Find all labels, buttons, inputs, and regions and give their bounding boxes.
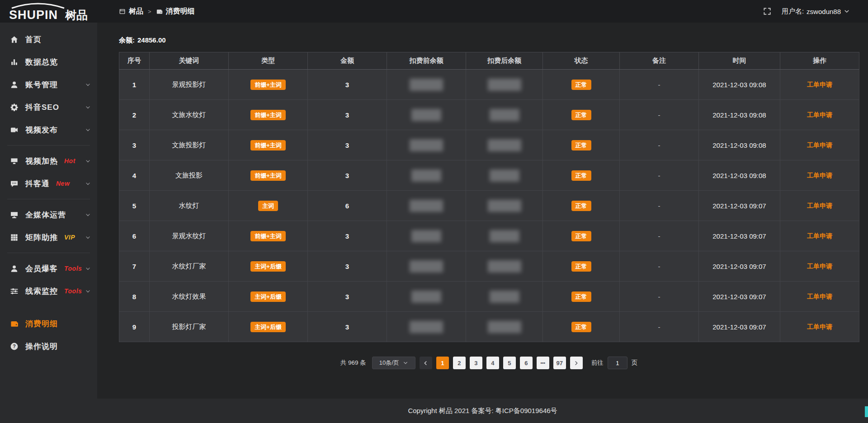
cell-amount: 3: [308, 221, 387, 251]
type-badge: 主词+后缀: [250, 261, 286, 272]
work-order-link[interactable]: 工单申请: [807, 141, 832, 149]
masked-balance: [490, 230, 519, 242]
page-button-4[interactable]: 4: [486, 357, 499, 369]
cell-amount: 3: [308, 312, 387, 342]
sidebar-item-douketong[interactable]: 抖客通New: [0, 172, 97, 195]
sidebar-item-seo[interactable]: 抖音SEO: [0, 96, 97, 118]
chevron-down-icon: [403, 360, 408, 366]
cell-action: 工单申请: [780, 312, 859, 342]
goto-page-input[interactable]: [608, 357, 627, 369]
cell-keyword: 文旅投影灯: [150, 130, 229, 160]
work-order-link[interactable]: 工单申请: [807, 232, 832, 240]
menu-badge-vip: VIP: [64, 234, 75, 241]
sidebar-item-label: 视频加热: [25, 156, 58, 166]
cell-type: 前缀+主词: [229, 100, 308, 130]
masked-balance: [488, 321, 521, 333]
table-row: 1景观投影灯前缀+主词3正常-2021-12-03 09:08工单申请: [119, 70, 859, 100]
masked-balance: [411, 109, 441, 121]
dashboard-icon: [119, 8, 126, 15]
user-menu[interactable]: 用户名: zswodun88: [782, 7, 850, 16]
cell-status: 正常: [543, 160, 620, 191]
menu-badge-hot: Hot: [64, 157, 75, 164]
cell-status: 正常: [543, 191, 620, 221]
sidebar-item-media[interactable]: 全媒体运营: [0, 203, 97, 226]
goto-label: 前往: [591, 359, 604, 367]
cell-post-balance: [466, 191, 543, 221]
side-widget-tab[interactable]: [865, 406, 868, 417]
cell-index: 4: [119, 160, 150, 191]
pagination: 共 969 条 10条/页 123456•••97 前往 页: [119, 357, 859, 369]
page-button-6[interactable]: 6: [520, 357, 533, 369]
sidebar-item-home[interactable]: 首页: [0, 28, 97, 51]
page-button-1[interactable]: 1: [436, 357, 449, 369]
fullscreen-icon: [763, 7, 772, 16]
cell-time: 2021-12-03 09:07: [699, 251, 780, 282]
cell-post-balance: [466, 312, 543, 342]
work-order-link[interactable]: 工单申请: [807, 293, 832, 300]
sidebar-item-label: 线索监控: [25, 286, 58, 296]
sidebar-item-heat[interactable]: 视频加热Hot: [0, 150, 97, 172]
column-header: 操作: [780, 52, 859, 70]
page-ellipsis[interactable]: •••: [537, 357, 549, 369]
work-order-link[interactable]: 工单申请: [807, 172, 832, 179]
prev-page-button[interactable]: [420, 357, 432, 369]
cell-amount: 6: [308, 191, 387, 221]
next-page-button[interactable]: [570, 357, 583, 369]
cell-action: 工单申请: [780, 70, 859, 100]
monitor-icon: [10, 211, 19, 219]
status-badge: 正常: [571, 201, 591, 211]
cell-time: 2021-12-03 09:07: [699, 312, 780, 342]
sidebar-item-matrix[interactable]: 矩阵助推VIP: [0, 226, 97, 249]
breadcrumb-item[interactable]: 树品: [119, 7, 143, 16]
page-button-5[interactable]: 5: [503, 357, 516, 369]
sidebar-item-publish[interactable]: 视频发布: [0, 118, 97, 141]
wallet-icon: [156, 8, 163, 15]
sidebar-item-consume[interactable]: 消费明细: [0, 312, 97, 335]
sidebar-item-account[interactable]: 账号管理: [0, 73, 97, 96]
sidebar-item-overview[interactable]: 数据总览: [0, 51, 97, 73]
cell-type: 前缀+主词: [229, 221, 308, 251]
cell-amount: 3: [308, 282, 387, 312]
sidebar-item-clue[interactable]: 线索监控Tools: [0, 280, 97, 302]
page-size-select[interactable]: 10条/页: [372, 357, 415, 369]
cell-action: 工单申请: [780, 251, 859, 282]
menu-badge-new: New: [56, 180, 70, 187]
sidebar-item-help[interactable]: 操作说明: [0, 335, 97, 357]
sidebar-footer-strip: [0, 399, 97, 423]
bar-chart-icon: [10, 58, 19, 66]
page-button-97[interactable]: 97: [553, 357, 566, 369]
page-button-2[interactable]: 2: [453, 357, 466, 369]
sidebar-item-label: 账号管理: [25, 80, 58, 90]
work-order-link[interactable]: 工单申请: [807, 111, 832, 118]
column-header: 时间: [699, 52, 780, 70]
cell-pre-balance: [387, 282, 466, 312]
status-badge: 正常: [571, 110, 591, 120]
table-row: 2文旅水纹灯前缀+主词3正常-2021-12-03 09:08工单申请: [119, 100, 859, 130]
table-row: 9投影灯厂家主词+后缀3正常-2021-12-03 09:07工单申请: [119, 312, 859, 342]
sliders-icon: [10, 287, 19, 296]
menu-badge-tools: Tools: [64, 265, 82, 272]
cell-amount: 3: [308, 100, 387, 130]
cell-status: 正常: [543, 130, 620, 160]
cell-action: 工单申请: [780, 191, 859, 221]
cell-index: 7: [119, 251, 150, 282]
work-order-link[interactable]: 工单申请: [807, 81, 832, 88]
cell-index: 8: [119, 282, 150, 312]
fullscreen-button[interactable]: [763, 7, 772, 16]
chevron-left-icon: [423, 360, 429, 366]
page-button-3[interactable]: 3: [470, 357, 482, 369]
cell-status: 正常: [543, 251, 620, 282]
cell-action: 工单申请: [780, 221, 859, 251]
cell-note: -: [620, 221, 699, 251]
work-order-link[interactable]: 工单申请: [807, 263, 832, 270]
cell-action: 工单申请: [780, 282, 859, 312]
cell-type: 主词+后缀: [229, 282, 308, 312]
masked-balance: [411, 291, 441, 303]
sidebar-item-member[interactable]: 会员爆客Tools: [0, 257, 97, 280]
gear-icon: [10, 103, 19, 112]
cell-note: -: [620, 191, 699, 221]
breadcrumb-item[interactable]: 消费明细: [156, 7, 195, 16]
cell-post-balance: [466, 100, 543, 130]
work-order-link[interactable]: 工单申请: [807, 202, 832, 209]
work-order-link[interactable]: 工单申请: [807, 323, 832, 330]
